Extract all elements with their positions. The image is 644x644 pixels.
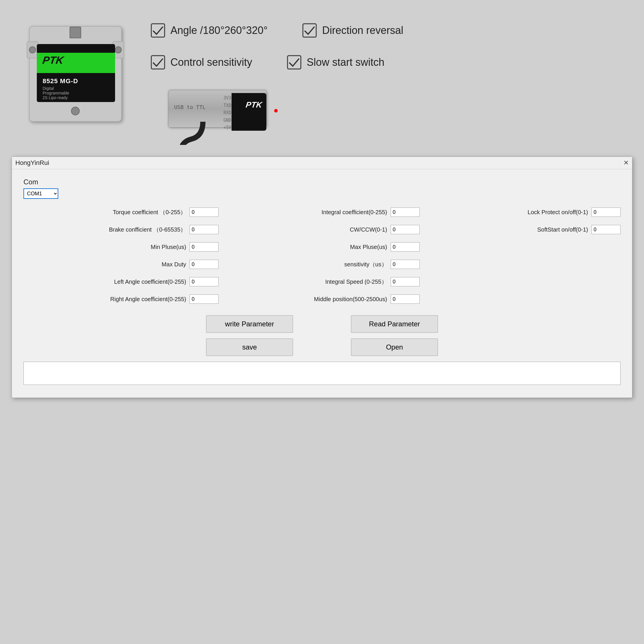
feature-slowstart-label: Slow start switch [307, 56, 384, 68]
max-duty-label: Max Duty [23, 261, 186, 268]
save-button[interactable]: save [206, 339, 293, 356]
param-row-right-angle: Right Angle coefficient(0-255) [23, 294, 219, 304]
com-select[interactable]: COM1 COM2 COM3 COM4 [23, 188, 58, 199]
min-pluse-label: Min Pluse(us) [23, 244, 186, 250]
lock-protect-label: Lock Protect on/off(0-1) [425, 209, 588, 216]
param-row-lock-protect: Lock Protect on/off(0-1) [425, 208, 621, 217]
usb-device: PTK 3V3TXDRXDGND+5V USB to TTL [151, 87, 296, 139]
sensitivity-label: sensitivity（us） [224, 261, 387, 268]
write-parameter-button[interactable]: write Parameter [206, 315, 293, 333]
features-row-2: Control sensitivity Slow start switch [151, 55, 621, 70]
left-angle-input[interactable] [190, 277, 219, 286]
features-row-1: Angle /180°260°320° Direction reversal [151, 23, 621, 38]
usb-cable-svg [180, 122, 238, 145]
right-angle-input[interactable] [190, 294, 219, 304]
usb-red-led [274, 109, 278, 112]
param-row-empty-2 [425, 260, 621, 269]
brake-input[interactable] [190, 225, 219, 234]
svg-rect-0 [151, 24, 165, 37]
integral-speed-input[interactable] [391, 277, 420, 286]
min-pluse-input[interactable] [190, 242, 219, 252]
servo-model: 8525 MG-D [43, 77, 78, 85]
max-pluse-label: Max Pluse(us) [224, 244, 387, 250]
param-row-torque: Torque coefficient （0-255） [23, 208, 219, 217]
com-label: Com [23, 178, 621, 186]
integral-coeff-label: Integral coefficient(0-255) [224, 209, 387, 216]
brake-label: Brake confficient （0-65535） [23, 226, 186, 234]
svg-rect-3 [288, 56, 301, 69]
max-pluse-input[interactable] [391, 242, 420, 252]
product-area: PTK 8525 MG-D Digital Programmable 2S Li… [0, 0, 644, 151]
primary-buttons-row: write Parameter Read Parameter [23, 315, 621, 333]
softstart-label: SoftStart on/off(0-1) [425, 226, 588, 233]
close-button[interactable]: ✕ [623, 159, 629, 167]
read-parameter-button[interactable]: Read Parameter [351, 315, 438, 333]
param-row-softstart: SoftStart on/off(0-1) [425, 225, 621, 234]
open-button[interactable]: Open [351, 339, 438, 356]
cwccw-label: CW/CCW(0-1) [224, 226, 387, 233]
param-row-min-pluse: Min Pluse(us) [23, 242, 219, 252]
param-row-empty-1 [425, 242, 621, 252]
param-row-max-duty: Max Duty [23, 260, 219, 269]
svg-rect-2 [151, 56, 165, 69]
feature-direction-label: Direction reversal [322, 24, 403, 37]
integral-speed-label: Integral Speed (0-255） [224, 278, 387, 286]
integral-coeff-input[interactable] [391, 208, 420, 217]
cwccw-input[interactable] [391, 225, 420, 234]
feature-sensitivity-label: Control sensitivity [170, 56, 252, 68]
right-angle-label: Right Angle coefficient(0-255) [23, 296, 186, 303]
left-angle-label: Left Angle coefficient(0-255) [23, 279, 186, 285]
servo-desc: Digital Programmable 2S Lipo ready [43, 86, 69, 100]
usb-label: USB to TTL [174, 104, 205, 110]
window-content: Com COM1 COM2 COM3 COM4 Torque coefficie… [12, 169, 632, 398]
feature-sensitivity: Control sensitivity [151, 55, 252, 70]
param-row-integral-speed: Integral Speed (0-255） [224, 277, 419, 286]
log-textarea[interactable] [23, 362, 621, 385]
softstart-input[interactable] [592, 225, 621, 234]
svg-rect-1 [303, 24, 316, 37]
check-slowstart-icon [287, 55, 301, 70]
middle-pos-label: Middle position(500-2500us) [224, 296, 387, 303]
param-row-left-angle: Left Angle coefficient(0-255) [23, 277, 219, 286]
window-title: HongYinRui [15, 159, 49, 167]
check-direction-icon [302, 23, 317, 38]
com-section: Com COM1 COM2 COM3 COM4 [23, 178, 621, 199]
application-window: HongYinRui ✕ Com COM1 COM2 COM3 COM4 Tor… [12, 157, 632, 398]
lock-protect-input[interactable] [592, 208, 621, 217]
features-area: Angle /180°260°320° Direction reversal C… [151, 17, 621, 139]
torque-input[interactable] [190, 208, 219, 217]
sensitivity-input[interactable] [391, 260, 420, 269]
servo-logo: PTK [42, 54, 64, 66]
param-row-empty-4 [425, 294, 621, 304]
feature-direction: Direction reversal [302, 23, 403, 38]
usb-logo: PTK [245, 100, 263, 110]
check-sensitivity-icon [151, 55, 165, 70]
param-row-empty-3 [425, 277, 621, 286]
feature-angle: Angle /180°260°320° [151, 23, 268, 38]
torque-label: Torque coefficient （0-255） [23, 208, 186, 216]
secondary-buttons-row: save Open [23, 339, 621, 356]
param-row-integral-coeff: Integral coefficient(0-255) [224, 208, 419, 217]
feature-angle-label: Angle /180°260°320° [170, 24, 268, 37]
params-grid: Torque coefficient （0-255） Integral coef… [23, 208, 621, 304]
param-row-cwccw: CW/CCW(0-1) [224, 225, 419, 234]
param-row-brake: Brake confficient （0-65535） [23, 225, 219, 234]
feature-slowstart: Slow start switch [287, 55, 384, 70]
check-angle-icon [151, 23, 165, 38]
servo-image: PTK 8525 MG-D Digital Programmable 2S Li… [23, 17, 133, 133]
param-row-max-pluse: Max Pluse(us) [224, 242, 419, 252]
titlebar: HongYinRui ✕ [12, 157, 632, 169]
middle-pos-input[interactable] [391, 294, 420, 304]
param-row-middle-pos: Middle position(500-2500us) [224, 294, 419, 304]
param-row-sensitivity: sensitivity（us） [224, 260, 419, 269]
max-duty-input[interactable] [190, 260, 219, 269]
